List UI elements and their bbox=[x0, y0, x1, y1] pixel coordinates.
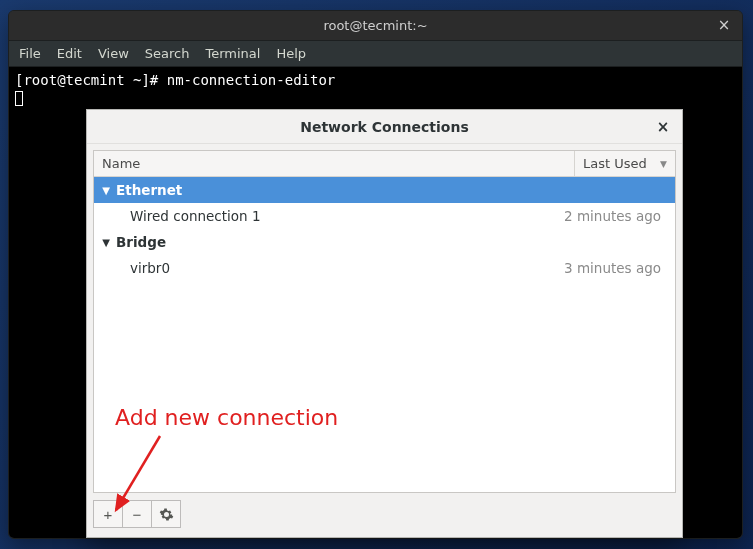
connection-last-used: 3 minutes ago bbox=[564, 260, 665, 276]
terminal-close-button[interactable]: × bbox=[714, 15, 734, 35]
column-header-last-used-label: Last Used bbox=[583, 156, 647, 171]
gear-icon bbox=[159, 507, 174, 522]
list-body: ▼ Ethernet Wired connection 1 2 minutes … bbox=[94, 177, 675, 492]
connection-settings-button[interactable] bbox=[151, 500, 181, 528]
sort-indicator-icon: ▼ bbox=[660, 159, 667, 169]
group-ethernet[interactable]: ▼ Ethernet bbox=[94, 177, 675, 203]
terminal-menubar: File Edit View Search Terminal Help bbox=[9, 41, 742, 67]
menu-search[interactable]: Search bbox=[145, 46, 190, 61]
dialog-close-button[interactable]: × bbox=[654, 118, 672, 136]
dialog-content: Name Last Used ▼ ▼ Ethernet Wired connec… bbox=[87, 144, 682, 537]
expand-icon: ▼ bbox=[100, 185, 112, 196]
add-connection-button[interactable]: + bbox=[93, 500, 123, 528]
column-header-name[interactable]: Name bbox=[94, 151, 575, 176]
terminal-title: root@tecmint:~ bbox=[323, 18, 427, 33]
dialog-toolbar: + − bbox=[93, 497, 676, 531]
menu-help[interactable]: Help bbox=[276, 46, 306, 61]
list-header: Name Last Used ▼ bbox=[94, 151, 675, 177]
connection-last-used: 2 minutes ago bbox=[564, 208, 665, 224]
remove-connection-button[interactable]: − bbox=[122, 500, 152, 528]
connection-name: Wired connection 1 bbox=[130, 208, 564, 224]
minus-icon: − bbox=[133, 506, 142, 523]
menu-file[interactable]: File bbox=[19, 46, 41, 61]
list-item[interactable]: virbr0 3 minutes ago bbox=[94, 255, 675, 281]
group-label: Ethernet bbox=[116, 182, 182, 198]
dialog-title: Network Connections bbox=[300, 119, 469, 135]
terminal-titlebar: root@tecmint:~ × bbox=[9, 11, 742, 41]
plus-icon: + bbox=[104, 506, 113, 523]
terminal-cursor bbox=[15, 91, 23, 106]
network-connections-dialog: Network Connections × Name Last Used ▼ ▼… bbox=[86, 109, 683, 538]
group-label: Bridge bbox=[116, 234, 166, 250]
column-header-last-used[interactable]: Last Used ▼ bbox=[575, 151, 675, 176]
expand-icon: ▼ bbox=[100, 237, 112, 248]
dialog-titlebar: Network Connections × bbox=[87, 110, 682, 144]
list-item[interactable]: Wired connection 1 2 minutes ago bbox=[94, 203, 675, 229]
menu-view[interactable]: View bbox=[98, 46, 129, 61]
terminal-prompt-line: [root@tecmint ~]# nm-connection-editor bbox=[15, 71, 736, 89]
connection-name: virbr0 bbox=[130, 260, 564, 276]
menu-terminal[interactable]: Terminal bbox=[205, 46, 260, 61]
menu-edit[interactable]: Edit bbox=[57, 46, 82, 61]
group-bridge[interactable]: ▼ Bridge bbox=[94, 229, 675, 255]
connection-list: Name Last Used ▼ ▼ Ethernet Wired connec… bbox=[93, 150, 676, 493]
